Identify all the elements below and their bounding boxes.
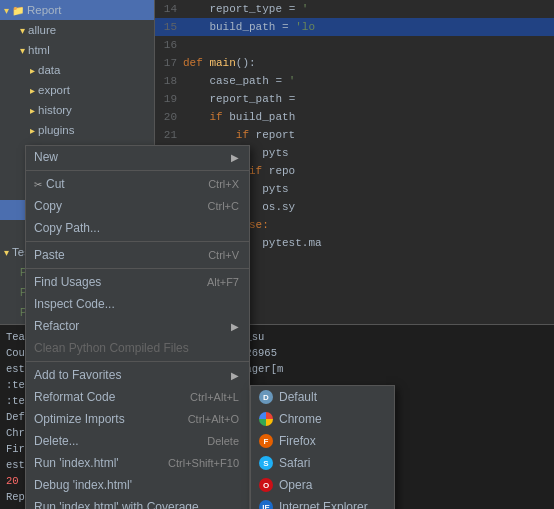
browser-item-ie[interactable]: IE Internet Explorer <box>251 496 394 509</box>
tree-item-allure[interactable]: ▾ allure <box>0 20 154 40</box>
menu-shortcut: Ctrl+V <box>208 249 239 261</box>
menu-item-label: Add to Favorites <box>34 368 121 382</box>
code-line-19: 19 report_path = <box>155 90 554 108</box>
browser-item-default[interactable]: D Default <box>251 386 394 408</box>
folder-arrow-icon: ▾ <box>4 5 9 16</box>
folder-icon: ▸ <box>30 105 35 116</box>
menu-item-clean-compiled: Clean Python Compiled Files <box>26 337 249 359</box>
line-content: build_path = 'lo <box>183 21 554 33</box>
opera-icon: O <box>259 478 273 492</box>
tree-item-plugins[interactable]: ▸ plugins <box>0 120 154 140</box>
browser-item-firefox[interactable]: F Firefox <box>251 430 394 452</box>
menu-item-label: Delete... <box>34 434 79 448</box>
chrome-icon <box>259 412 273 426</box>
menu-item-add-favorites[interactable]: Add to Favorites ▶ <box>26 364 249 386</box>
menu-separator <box>26 241 249 242</box>
menu-shortcut: Ctrl+Alt+L <box>190 391 239 403</box>
menu-shortcut: Ctrl+X <box>208 178 239 190</box>
menu-item-inspect-code[interactable]: Inspect Code... <box>26 293 249 315</box>
menu-item-paste[interactable]: Paste Ctrl+V <box>26 244 249 266</box>
browser-item-label: Internet Explorer <box>279 500 368 509</box>
line-number: 18 <box>155 75 183 87</box>
line-number: 19 <box>155 93 183 105</box>
browser-item-label: Chrome <box>279 412 322 426</box>
browser-submenu: D Default Chrome F Firefox S Safari O Op… <box>250 385 395 509</box>
menu-item-run-coverage[interactable]: Run 'index.html' with Coverage <box>26 496 249 509</box>
line-number: 15 <box>155 21 183 33</box>
code-line-15: 15 build_path = 'lo <box>155 18 554 36</box>
menu-item-label: Find Usages <box>34 275 101 289</box>
menu-item-label: Inspect Code... <box>34 297 115 311</box>
line-content: def main(): <box>183 57 554 69</box>
line-content: if build_path <box>183 111 554 123</box>
menu-shortcut: Ctrl+C <box>208 200 239 212</box>
tree-item-label: html <box>28 44 50 56</box>
tree-item-export[interactable]: ▸ export <box>0 80 154 100</box>
line-content: if report <box>183 129 554 141</box>
menu-shortcut: Alt+F7 <box>207 276 239 288</box>
submenu-arrow-icon: ▶ <box>231 321 239 332</box>
default-browser-icon: D <box>259 390 273 404</box>
menu-item-label: Copy <box>34 199 62 213</box>
menu-separator <box>26 361 249 362</box>
menu-item-label: Copy Path... <box>34 221 100 235</box>
menu-item-run-html[interactable]: Run 'index.html' Ctrl+Shift+F10 <box>26 452 249 474</box>
line-number: 21 <box>155 129 183 141</box>
menu-item-refactor[interactable]: Refactor ▶ <box>26 315 249 337</box>
folder-arrow-icon: ▾ <box>20 25 25 36</box>
code-line-18: 18 case_path = ' <box>155 72 554 90</box>
menu-shortcut: Ctrl+Shift+F10 <box>168 457 239 469</box>
menu-item-new[interactable]: New ▶ <box>26 146 249 168</box>
browser-item-chrome[interactable]: Chrome <box>251 408 394 430</box>
browser-item-opera[interactable]: O Opera <box>251 474 394 496</box>
code-line-17: 17 def main(): <box>155 54 554 72</box>
browser-item-safari[interactable]: S Safari <box>251 452 394 474</box>
tree-item-history[interactable]: ▸ history <box>0 100 154 120</box>
code-line-16: 16 <box>155 36 554 54</box>
code-line-14: 14 report_type = ' <box>155 0 554 18</box>
browser-item-label: Firefox <box>279 434 316 448</box>
menu-item-label: Optimize Imports <box>34 412 125 426</box>
line-number: 14 <box>155 3 183 15</box>
line-content: report_type = ' <box>183 3 554 15</box>
menu-item-label: Debug 'index.html' <box>34 478 132 492</box>
menu-separator <box>26 170 249 171</box>
folder-arrow-icon: ▾ <box>4 247 9 258</box>
tree-item-label: data <box>38 64 60 76</box>
context-menu: New ▶ ✂ Cut Ctrl+X Copy Ctrl+C Copy Path… <box>25 145 250 509</box>
folder-icon: ▸ <box>30 85 35 96</box>
browser-item-label: Default <box>279 390 317 404</box>
tree-item-html[interactable]: ▾ html <box>0 40 154 60</box>
browser-item-label: Safari <box>279 456 310 470</box>
menu-item-label: Refactor <box>34 319 79 333</box>
folder-icon: 📁 <box>12 5 24 16</box>
tree-item-report[interactable]: ▾ 📁 Report <box>0 0 154 20</box>
menu-item-debug-html[interactable]: Debug 'index.html' <box>26 474 249 496</box>
menu-item-reformat[interactable]: Reformat Code Ctrl+Alt+L <box>26 386 249 408</box>
line-number: 20 <box>155 111 183 123</box>
safari-icon: S <box>259 456 273 470</box>
menu-item-label: Cut <box>46 177 65 191</box>
firefox-icon: F <box>259 434 273 448</box>
menu-separator <box>26 268 249 269</box>
menu-shortcut: Ctrl+Alt+O <box>188 413 239 425</box>
submenu-arrow-icon: ▶ <box>231 370 239 381</box>
menu-item-label: Run 'index.html' with Coverage <box>34 500 199 509</box>
tree-item-label: export <box>38 84 70 96</box>
browser-item-label: Opera <box>279 478 312 492</box>
tree-item-data[interactable]: ▸ data <box>0 60 154 80</box>
code-line-20: 20 if build_path <box>155 108 554 126</box>
menu-item-label: Paste <box>34 248 65 262</box>
menu-item-optimize-imports[interactable]: Optimize Imports Ctrl+Alt+O <box>26 408 249 430</box>
menu-item-copy-path[interactable]: Copy Path... <box>26 217 249 239</box>
menu-item-cut[interactable]: ✂ Cut Ctrl+X <box>26 173 249 195</box>
folder-icon: ▸ <box>30 125 35 136</box>
folder-arrow-icon: ▾ <box>20 45 25 56</box>
folder-icon: ▸ <box>30 65 35 76</box>
menu-item-find-usages[interactable]: Find Usages Alt+F7 <box>26 271 249 293</box>
menu-item-copy[interactable]: Copy Ctrl+C <box>26 195 249 217</box>
menu-item-delete[interactable]: Delete... Delete <box>26 430 249 452</box>
submenu-arrow-icon: ▶ <box>231 152 239 163</box>
tree-item-label: Report <box>27 4 62 16</box>
tree-item-label: plugins <box>38 124 74 136</box>
